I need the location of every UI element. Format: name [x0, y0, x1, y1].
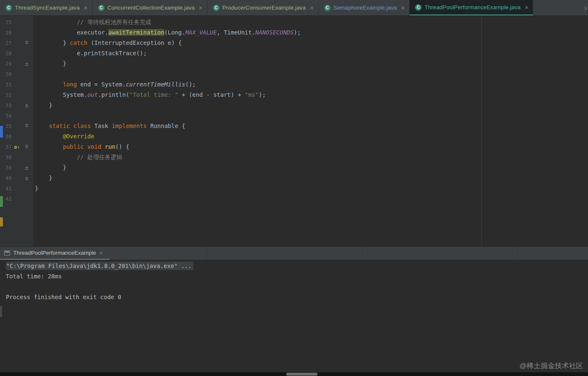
fold-start-icon[interactable]: [24, 41, 29, 45]
gutter-icon-area: [12, 69, 22, 79]
fold-gutter: [22, 131, 31, 142]
code-editor[interactable]: 25// 等待线程池所有任务完成26executor.awaitTerminat…: [0, 16, 588, 246]
gutter-icon-area: [12, 194, 22, 204]
code-text: [31, 111, 588, 121]
gutter-icon-area: [12, 131, 22, 142]
code-token: .println(: [98, 91, 129, 98]
close-icon[interactable]: ×: [100, 250, 103, 256]
stripe-marker-blue: [0, 126, 3, 138]
code-line[interactable]: 40}: [0, 173, 588, 183]
code-line[interactable]: 33}: [0, 100, 588, 111]
code-line[interactable]: 42: [0, 194, 588, 204]
tab-label: ProducerConsumerExample.java: [222, 5, 306, 11]
line-number: 32: [0, 90, 12, 100]
code-line[interactable]: 30: [0, 69, 588, 79]
class-icon: C: [213, 5, 220, 11]
code-line[interactable]: 39}: [0, 162, 588, 173]
fold-start-icon[interactable]: [24, 124, 29, 128]
watermark: @稀土掘金技术社区: [520, 361, 583, 371]
code-token: }: [35, 185, 38, 192]
code-token: [101, 143, 105, 150]
code-text: [31, 69, 588, 79]
code-token: );: [259, 91, 266, 98]
fold-end-icon[interactable]: [24, 176, 29, 180]
gutter-icon-area: [12, 17, 22, 27]
code-text: }: [31, 59, 588, 69]
code-line[interactable]: 36@Override: [0, 131, 588, 142]
stripe-marker-orange: [0, 217, 3, 226]
line-number: 25: [0, 17, 12, 27]
code-token: (Long.: [164, 29, 185, 36]
editor-tab-5[interactable]: CThreadPoolPerformanceExample.java×: [410, 0, 533, 15]
overrides-icon[interactable]: o↑: [14, 145, 20, 150]
code-lines: 25// 等待线程池所有任务完成26executor.awaitTerminat…: [0, 17, 588, 204]
gutter-icon-area: [12, 162, 22, 173]
line-number: 30: [0, 69, 12, 79]
console-line: "C:\Program Files\Java\jdk1.8.0_201\bin\…: [6, 261, 588, 271]
close-icon[interactable]: ×: [525, 4, 529, 10]
fold-start-icon[interactable]: [24, 145, 29, 149]
line-number: 26: [0, 27, 12, 38]
fold-gutter: [22, 142, 31, 152]
code-token: () {: [115, 143, 129, 150]
code-text: long end = System.currentTimeMillis();: [31, 79, 588, 90]
code-line[interactable]: 27} catch (InterruptedException e) {: [0, 38, 588, 48]
code-line[interactable]: 26executor.awaitTermination(Long.MAX_VAL…: [0, 27, 588, 38]
line-number: 40: [0, 173, 12, 183]
more-tabs-icon[interactable]: ›: [584, 4, 587, 12]
close-icon[interactable]: ×: [199, 5, 203, 11]
code-text: System.out.println("Total time: " + (end…: [31, 90, 588, 100]
line-number: 39: [0, 162, 12, 173]
class-icon: C: [5, 5, 12, 11]
fold-gutter: [22, 90, 31, 100]
code-line[interactable]: 41}: [0, 183, 588, 194]
code-text: public void run() {: [31, 142, 588, 152]
close-icon[interactable]: ×: [401, 5, 405, 11]
fold-gutter: [22, 59, 31, 69]
editor-tab-1[interactable]: CThreadSyncExample.java×: [0, 0, 93, 15]
code-text: static class Task implements Runnable {: [31, 121, 588, 131]
fold-end-icon[interactable]: [24, 61, 29, 66]
code-token: }: [49, 174, 52, 181]
code-line[interactable]: 25// 等待线程池所有任务完成: [0, 17, 588, 27]
code-line[interactable]: 34: [0, 111, 588, 121]
code-token: long: [63, 81, 77, 88]
fold-end-icon[interactable]: [24, 103, 29, 108]
code-token: }: [63, 39, 70, 46]
run-console-tab[interactable]: ThreadPoolPerformanceExample ×: [0, 247, 110, 260]
code-line[interactable]: 31long end = System.currentTimeMillis();: [0, 79, 588, 90]
code-token: ();: [185, 81, 195, 88]
code-token: System.: [63, 91, 87, 98]
gutter-icon-area: [12, 59, 22, 69]
editor-tab-4[interactable]: CSemaphoreExample.java×: [319, 0, 410, 15]
code-token: "Total time: ": [129, 91, 178, 98]
close-icon[interactable]: ×: [310, 5, 314, 11]
code-line[interactable]: 35static class Task implements Runnable …: [0, 121, 588, 131]
code-line[interactable]: 28e.printStackTrace();: [0, 48, 588, 59]
fold-gutter: [22, 17, 31, 27]
code-line[interactable]: 37o↑public void run() {: [0, 142, 588, 152]
gutter-icon-area: [12, 48, 22, 59]
code-token: // 处理任务逻辑: [77, 154, 122, 160]
code-line[interactable]: 38// 处理任务逻辑: [0, 152, 588, 162]
editor-tab-3[interactable]: CProducerConsumerExample.java×: [207, 0, 319, 15]
console-output[interactable]: "C:\Program Files\Java\jdk1.8.0_201\bin\…: [0, 260, 588, 372]
code-token: executor.: [77, 29, 108, 36]
code-line[interactable]: 29}: [0, 59, 588, 69]
close-icon[interactable]: ×: [84, 5, 88, 11]
code-token: }: [63, 164, 66, 171]
panel-divider: [362, 247, 362, 260]
fold-gutter: [22, 152, 31, 162]
code-token: MAX_VALUE: [185, 29, 217, 36]
editor-tab-2[interactable]: CConcurrentCollectionExample.java×: [93, 0, 207, 15]
code-text: [31, 194, 588, 204]
line-number: 34: [0, 111, 12, 121]
gutter-icon-area: [12, 100, 22, 111]
fold-end-icon[interactable]: [24, 165, 29, 170]
console-text: Total time: 28ms: [6, 273, 62, 280]
code-line[interactable]: 32System.out.println("Total time: " + (e…: [0, 90, 588, 100]
horizontal-scrollbar-thumb[interactable]: [286, 373, 317, 376]
tab-label: ThreadSyncExample.java: [15, 5, 80, 11]
run-panel-tab-bar: ThreadPoolPerformanceExample ×: [0, 246, 588, 260]
fold-gutter: [22, 121, 31, 131]
